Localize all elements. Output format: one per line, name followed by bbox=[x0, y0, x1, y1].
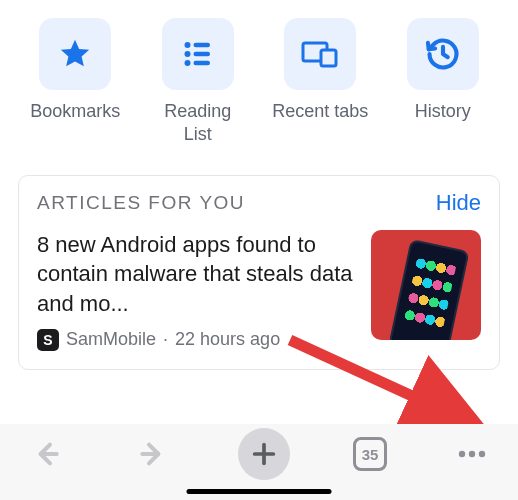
svg-point-15 bbox=[479, 451, 485, 457]
article-title: 8 new Android apps found to contain malw… bbox=[37, 230, 355, 319]
svg-rect-7 bbox=[321, 50, 336, 66]
list-icon bbox=[180, 36, 216, 72]
recent-tabs-icon bbox=[300, 36, 340, 72]
meta-separator: · bbox=[163, 329, 168, 350]
arrow-left-icon bbox=[30, 438, 62, 470]
shortcut-label: Reading List bbox=[148, 100, 248, 147]
svg-point-2 bbox=[184, 51, 190, 57]
article-thumbnail bbox=[371, 230, 481, 340]
forward-button[interactable] bbox=[131, 432, 175, 476]
svg-rect-1 bbox=[193, 43, 210, 48]
new-tab-button[interactable] bbox=[238, 428, 290, 480]
shortcut-reading-list[interactable]: Reading List bbox=[141, 18, 256, 147]
shortcut-label: Recent tabs bbox=[272, 100, 368, 123]
article-card[interactable]: 8 new Android apps found to contain malw… bbox=[37, 230, 481, 351]
hide-button[interactable]: Hide bbox=[436, 190, 481, 216]
home-indicator[interactable] bbox=[187, 489, 332, 494]
article-meta: S SamMobile · 22 hours ago bbox=[37, 329, 355, 351]
more-menu-button[interactable] bbox=[450, 432, 494, 476]
more-horizontal-icon bbox=[454, 442, 490, 466]
history-icon bbox=[424, 35, 462, 73]
svg-point-0 bbox=[184, 42, 190, 48]
svg-point-4 bbox=[184, 60, 190, 66]
svg-point-14 bbox=[469, 451, 475, 457]
shortcut-label: Bookmarks bbox=[30, 100, 120, 123]
svg-rect-5 bbox=[193, 61, 210, 66]
svg-rect-3 bbox=[193, 52, 210, 57]
source-logo: S bbox=[37, 329, 59, 351]
back-button[interactable] bbox=[24, 432, 68, 476]
star-icon bbox=[57, 36, 93, 72]
svg-point-13 bbox=[459, 451, 465, 457]
article-source: SamMobile bbox=[66, 329, 156, 350]
plus-icon bbox=[250, 440, 278, 468]
shortcut-label: History bbox=[415, 100, 471, 123]
tab-switcher-button[interactable]: 35 bbox=[353, 437, 387, 471]
shortcut-bookmarks[interactable]: Bookmarks bbox=[18, 18, 133, 147]
shortcut-history[interactable]: History bbox=[386, 18, 501, 147]
section-title: ARTICLES FOR YOU bbox=[37, 192, 245, 214]
shortcut-recent-tabs[interactable]: Recent tabs bbox=[263, 18, 378, 147]
arrow-right-icon bbox=[137, 438, 169, 470]
article-age: 22 hours ago bbox=[175, 329, 280, 350]
